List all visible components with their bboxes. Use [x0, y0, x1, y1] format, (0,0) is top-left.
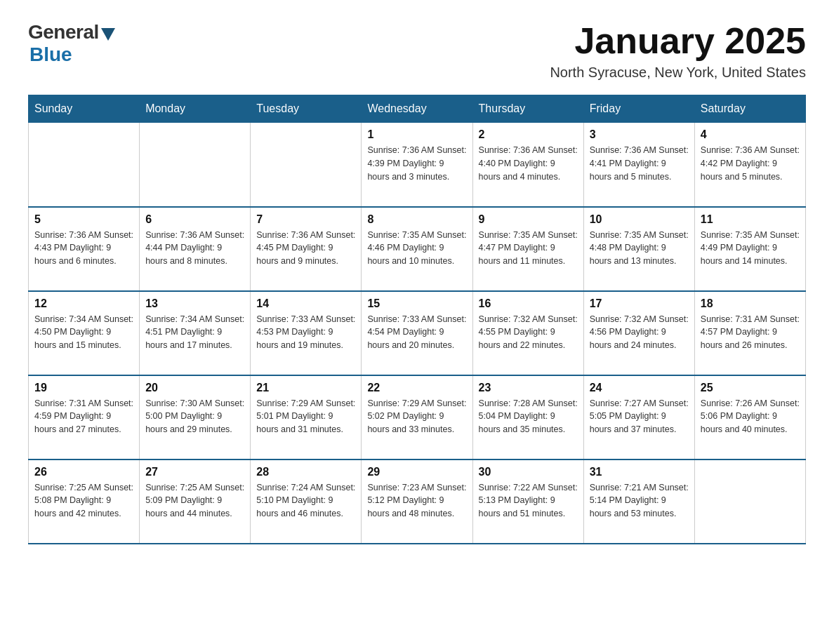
column-header-tuesday: Tuesday — [251, 95, 362, 123]
day-info: Sunrise: 7:30 AM Sunset: 5:00 PM Dayligh… — [145, 397, 244, 436]
day-info: Sunrise: 7:27 AM Sunset: 5:05 PM Dayligh… — [590, 397, 689, 436]
calendar-cell: 29Sunrise: 7:23 AM Sunset: 5:12 PM Dayli… — [362, 459, 472, 544]
day-info: Sunrise: 7:31 AM Sunset: 4:59 PM Dayligh… — [34, 397, 133, 436]
day-info: Sunrise: 7:36 AM Sunset: 4:41 PM Dayligh… — [590, 144, 689, 183]
day-number: 10 — [590, 213, 689, 226]
logo-blue-text: Blue — [29, 43, 72, 66]
day-info: Sunrise: 7:26 AM Sunset: 5:06 PM Dayligh… — [701, 397, 800, 436]
day-info: Sunrise: 7:36 AM Sunset: 4:45 PM Dayligh… — [256, 229, 355, 268]
calendar-cell: 15Sunrise: 7:33 AM Sunset: 4:54 PM Dayli… — [362, 291, 472, 375]
day-number: 27 — [145, 466, 244, 478]
day-info: Sunrise: 7:33 AM Sunset: 4:54 PM Dayligh… — [367, 313, 466, 352]
calendar-cell: 21Sunrise: 7:29 AM Sunset: 5:01 PM Dayli… — [251, 375, 362, 459]
calendar-cell: 28Sunrise: 7:24 AM Sunset: 5:10 PM Dayli… — [251, 459, 362, 544]
calendar-cell: 7Sunrise: 7:36 AM Sunset: 4:45 PM Daylig… — [251, 207, 362, 291]
column-header-thursday: Thursday — [472, 95, 583, 123]
calendar-cell: 14Sunrise: 7:33 AM Sunset: 4:53 PM Dayli… — [251, 291, 362, 375]
calendar-cell: 30Sunrise: 7:22 AM Sunset: 5:13 PM Dayli… — [472, 459, 583, 544]
day-info: Sunrise: 7:36 AM Sunset: 4:44 PM Dayligh… — [145, 229, 244, 268]
calendar-week-row: 26Sunrise: 7:25 AM Sunset: 5:08 PM Dayli… — [29, 459, 806, 544]
column-header-sunday: Sunday — [29, 95, 140, 123]
day-number: 18 — [701, 297, 800, 310]
calendar-cell: 12Sunrise: 7:34 AM Sunset: 4:50 PM Dayli… — [29, 291, 140, 375]
column-header-saturday: Saturday — [694, 95, 805, 123]
day-number: 14 — [256, 297, 355, 310]
day-number: 8 — [367, 213, 466, 226]
day-info: Sunrise: 7:34 AM Sunset: 4:51 PM Dayligh… — [145, 313, 244, 352]
calendar-cell — [694, 459, 805, 544]
day-info: Sunrise: 7:36 AM Sunset: 4:42 PM Dayligh… — [701, 144, 800, 183]
day-number: 13 — [145, 297, 244, 310]
calendar-cell: 16Sunrise: 7:32 AM Sunset: 4:55 PM Dayli… — [472, 291, 583, 375]
calendar-cell: 3Sunrise: 7:36 AM Sunset: 4:41 PM Daylig… — [583, 123, 694, 207]
day-number: 17 — [590, 297, 689, 310]
calendar-week-row: 19Sunrise: 7:31 AM Sunset: 4:59 PM Dayli… — [29, 375, 806, 459]
day-number: 4 — [701, 128, 800, 141]
day-number: 28 — [256, 466, 355, 478]
logo-triangle-icon — [101, 28, 115, 41]
day-number: 15 — [367, 297, 466, 310]
day-number: 2 — [479, 128, 578, 141]
day-info: Sunrise: 7:31 AM Sunset: 4:57 PM Dayligh… — [701, 313, 800, 352]
day-info: Sunrise: 7:28 AM Sunset: 5:04 PM Dayligh… — [479, 397, 578, 436]
day-number: 7 — [256, 213, 355, 226]
day-number: 23 — [479, 382, 578, 394]
calendar-cell: 11Sunrise: 7:35 AM Sunset: 4:49 PM Dayli… — [694, 207, 805, 291]
day-info: Sunrise: 7:35 AM Sunset: 4:47 PM Dayligh… — [479, 229, 578, 268]
day-number: 31 — [590, 466, 689, 478]
day-info: Sunrise: 7:25 AM Sunset: 5:09 PM Dayligh… — [145, 481, 244, 521]
day-info: Sunrise: 7:36 AM Sunset: 4:40 PM Dayligh… — [479, 144, 578, 183]
day-number: 19 — [34, 382, 133, 394]
day-number: 29 — [367, 466, 466, 478]
day-info: Sunrise: 7:36 AM Sunset: 4:39 PM Dayligh… — [367, 144, 466, 183]
day-number: 21 — [256, 382, 355, 394]
calendar-week-row: 1Sunrise: 7:36 AM Sunset: 4:39 PM Daylig… — [29, 123, 806, 207]
calendar-cell: 4Sunrise: 7:36 AM Sunset: 4:42 PM Daylig… — [694, 123, 805, 207]
calendar-cell: 13Sunrise: 7:34 AM Sunset: 4:51 PM Dayli… — [140, 291, 251, 375]
day-number: 12 — [34, 297, 133, 310]
calendar-cell: 20Sunrise: 7:30 AM Sunset: 5:00 PM Dayli… — [140, 375, 251, 459]
calendar-cell — [29, 123, 140, 207]
calendar-cell: 8Sunrise: 7:35 AM Sunset: 4:46 PM Daylig… — [362, 207, 472, 291]
calendar-cell: 24Sunrise: 7:27 AM Sunset: 5:05 PM Dayli… — [583, 375, 694, 459]
calendar-cell: 1Sunrise: 7:36 AM Sunset: 4:39 PM Daylig… — [362, 123, 472, 207]
calendar-table: SundayMondayTuesdayWednesdayThursdayFrid… — [28, 95, 806, 544]
day-number: 22 — [367, 382, 466, 394]
calendar-cell — [251, 123, 362, 207]
calendar-week-row: 5Sunrise: 7:36 AM Sunset: 4:43 PM Daylig… — [29, 207, 806, 291]
day-info: Sunrise: 7:29 AM Sunset: 5:01 PM Dayligh… — [256, 397, 355, 436]
day-number: 5 — [34, 213, 133, 226]
calendar-cell — [140, 123, 251, 207]
calendar-cell: 18Sunrise: 7:31 AM Sunset: 4:57 PM Dayli… — [694, 291, 805, 375]
location-subtitle: North Syracuse, New York, United States — [550, 65, 806, 81]
day-number: 26 — [34, 466, 133, 478]
day-info: Sunrise: 7:23 AM Sunset: 5:12 PM Dayligh… — [367, 481, 466, 521]
calendar-cell: 9Sunrise: 7:35 AM Sunset: 4:47 PM Daylig… — [472, 207, 583, 291]
title-section: January 2025 North Syracuse, New York, U… — [550, 21, 806, 81]
day-info: Sunrise: 7:36 AM Sunset: 4:43 PM Dayligh… — [34, 229, 133, 268]
day-info: Sunrise: 7:35 AM Sunset: 4:49 PM Dayligh… — [701, 229, 800, 268]
day-info: Sunrise: 7:35 AM Sunset: 4:48 PM Dayligh… — [590, 229, 689, 268]
day-number: 9 — [479, 213, 578, 226]
day-number: 11 — [701, 213, 800, 226]
day-info: Sunrise: 7:25 AM Sunset: 5:08 PM Dayligh… — [34, 481, 133, 521]
day-info: Sunrise: 7:24 AM Sunset: 5:10 PM Dayligh… — [256, 481, 355, 521]
calendar-cell: 2Sunrise: 7:36 AM Sunset: 4:40 PM Daylig… — [472, 123, 583, 207]
calendar-cell: 19Sunrise: 7:31 AM Sunset: 4:59 PM Dayli… — [29, 375, 140, 459]
day-number: 6 — [145, 213, 244, 226]
day-info: Sunrise: 7:32 AM Sunset: 4:56 PM Dayligh… — [590, 313, 689, 352]
day-number: 24 — [590, 382, 689, 394]
calendar-cell: 27Sunrise: 7:25 AM Sunset: 5:09 PM Dayli… — [140, 459, 251, 544]
day-info: Sunrise: 7:22 AM Sunset: 5:13 PM Dayligh… — [479, 481, 578, 521]
month-year-title: January 2025 — [550, 21, 806, 61]
day-info: Sunrise: 7:34 AM Sunset: 4:50 PM Dayligh… — [34, 313, 133, 352]
day-number: 20 — [145, 382, 244, 394]
day-number: 1 — [367, 128, 466, 141]
day-info: Sunrise: 7:21 AM Sunset: 5:14 PM Dayligh… — [590, 481, 689, 521]
day-number: 16 — [479, 297, 578, 310]
calendar-cell: 31Sunrise: 7:21 AM Sunset: 5:14 PM Dayli… — [583, 459, 694, 544]
column-header-wednesday: Wednesday — [362, 95, 472, 123]
logo-general-text: General — [28, 21, 99, 43]
logo: General Blue — [28, 21, 115, 66]
column-header-friday: Friday — [583, 95, 694, 123]
